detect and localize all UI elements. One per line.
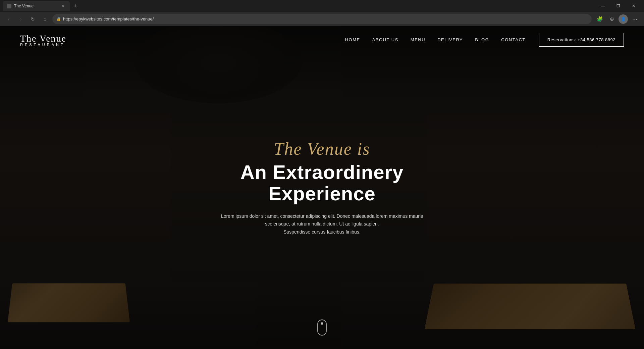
- menu-item-about[interactable]: ABOUT US: [372, 37, 398, 42]
- more-options-button[interactable]: ⋯: [629, 14, 640, 24]
- menu-item-contact[interactable]: CONTACT: [501, 37, 525, 42]
- hero-main-title: An Extraordinery Experience: [205, 161, 439, 204]
- maximize-button[interactable]: ❐: [610, 0, 626, 12]
- new-tab-button[interactable]: +: [71, 1, 80, 11]
- hero-description-line1: Lorem ipsum dolor sit amet, consectetur …: [221, 213, 423, 227]
- hero-description-line2: Suspendisse cursus faucibus finibus.: [283, 229, 361, 235]
- close-button[interactable]: ✕: [626, 0, 641, 12]
- site-logo[interactable]: The Venue RESTAURANT: [20, 33, 66, 47]
- tab-close-button[interactable]: ✕: [60, 3, 66, 9]
- hero-content: The Venue is An Extraordinery Experience…: [205, 139, 439, 236]
- nav-actions: 🧩 ⊕ 👤 ⋯: [594, 14, 640, 24]
- browser-tab[interactable]: The Venue ✕: [3, 1, 70, 11]
- menu-item-home[interactable]: HOME: [345, 37, 360, 42]
- navigation-bar: ‹ › ↻ ⌂ 🔒 https://epykwebsites.com/templ…: [0, 12, 644, 26]
- tab-bar: The Venue ✕ + — ❐ ✕: [0, 0, 644, 12]
- home-button[interactable]: ⌂: [40, 14, 50, 24]
- url-bar[interactable]: 🔒 https://epykwebsites.com/templates/the…: [52, 14, 592, 24]
- menu-item-blog[interactable]: BLOG: [475, 37, 489, 42]
- scroll-circle: [317, 319, 327, 336]
- scroll-dot: [321, 322, 323, 325]
- site-menu: HOME ABOUT US MENU DELIVERY BLOG CONTACT: [345, 37, 526, 42]
- minimize-button[interactable]: —: [595, 0, 610, 12]
- scroll-indicator: [317, 319, 327, 336]
- reservations-button[interactable]: Reservations: +34 586 778 8892: [539, 33, 624, 47]
- forward-button[interactable]: ›: [16, 14, 25, 24]
- browser-logo-button[interactable]: ⊕: [606, 14, 617, 24]
- site-navigation: The Venue RESTAURANT HOME ABOUT US MENU …: [0, 26, 644, 53]
- hero-description: Lorem ipsum dolor sit amet, consectetur …: [211, 212, 433, 236]
- tab-title: The Venue: [14, 4, 58, 8]
- back-button[interactable]: ‹: [4, 14, 13, 24]
- extensions-button[interactable]: 🧩: [594, 14, 605, 24]
- url-text: https://epykwebsites.com/templates/the-v…: [63, 16, 588, 21]
- profile-button[interactable]: 👤: [619, 14, 628, 24]
- lock-icon: 🔒: [56, 17, 61, 21]
- website-container: The Venue RESTAURANT HOME ABOUT US MENU …: [0, 26, 644, 349]
- browser-chrome: The Venue ✕ + — ❐ ✕ ‹ › ↻ ⌂ 🔒 https://ep…: [0, 0, 644, 26]
- menu-item-menu[interactable]: MENU: [411, 37, 425, 42]
- tab-favicon-icon: [7, 4, 11, 8]
- menu-item-delivery[interactable]: DELIVERY: [437, 37, 463, 42]
- refresh-button[interactable]: ↻: [28, 14, 38, 24]
- hero-script-text: The Venue is: [205, 139, 439, 159]
- logo-subtitle: RESTAURANT: [20, 43, 65, 47]
- window-controls: — ❐ ✕: [595, 0, 641, 12]
